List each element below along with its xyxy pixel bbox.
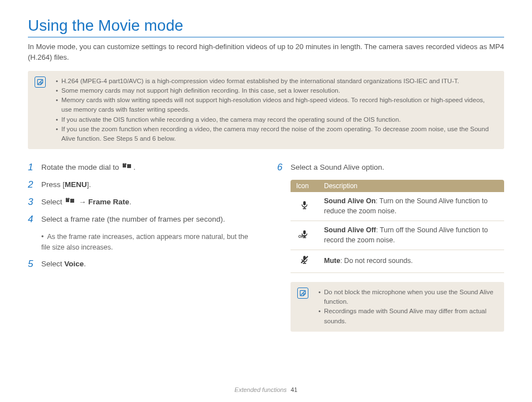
step-text: Select a Sound Alive option. <box>291 162 504 173</box>
svg-point-2 <box>123 164 125 166</box>
table-cell: Sound Alive On: Turn on the Sound Alive … <box>318 192 504 221</box>
step-5: 5 Select Voice. <box>28 259 255 270</box>
step-number: 5 <box>28 259 41 270</box>
table-cell: Sound Alive Off: Turn off the Sound Aliv… <box>318 221 504 250</box>
table-row: OFF Sound Alive Off: Turn off the Sound … <box>291 221 504 250</box>
step-number: 2 <box>28 179 41 190</box>
top-note-box: H.264 (MPEG-4 part10/AVC) is a high-comp… <box>28 71 504 150</box>
step-number: 4 <box>28 214 41 225</box>
step-2: 2 Press [MENU]. <box>28 180 255 190</box>
svg-rect-1 <box>127 164 131 168</box>
table-row: Sound Alive On: Turn on the Sound Alive … <box>291 192 504 221</box>
step-1: 1 Rotate the mode dial to . <box>28 162 255 173</box>
step-number: 3 <box>28 197 41 208</box>
right-column: 6 Select a Sound Alive option. Icon Desc… <box>277 162 504 332</box>
step-6: 6 Select a Sound Alive option. <box>277 162 504 173</box>
movie-dial-icon <box>122 162 132 173</box>
intro-text: In Movie mode, you can customize setting… <box>28 42 504 63</box>
step-number: 1 <box>28 162 41 173</box>
left-column: 1 Rotate the mode dial to . 2 Press [MEN… <box>28 162 255 332</box>
step-text: Select a frame rate (the number of frame… <box>41 214 255 225</box>
note-icon <box>35 76 46 88</box>
bottom-note-box: Do not block the microphone when you use… <box>291 282 504 332</box>
svg-point-7 <box>67 198 70 200</box>
svg-point-3 <box>125 164 127 166</box>
footer-section: Extended functions <box>235 386 287 393</box>
table-row: Mute: Do not record sounds. <box>291 250 504 273</box>
title-rule <box>28 37 504 37</box>
table-cell: Mute: Do not record sounds. <box>318 250 504 273</box>
note-icon <box>297 288 308 299</box>
table-header-desc: Description <box>318 180 504 192</box>
sound-alive-table: Icon Description Sound Alive On: Turn on… <box>291 180 504 273</box>
step-4: 4 Select a frame rate (the number of fra… <box>28 214 255 252</box>
mic-mute-icon <box>291 250 318 273</box>
bottom-note-item: Do not block the microphone when you use… <box>322 288 496 307</box>
svg-rect-8 <box>303 201 306 205</box>
mic-off-icon: OFF <box>291 221 318 250</box>
step-text: Select Voice. <box>41 259 255 270</box>
bottom-note-item: Recordings made with Sound Alive may dif… <box>322 307 496 326</box>
svg-rect-11 <box>303 231 306 234</box>
movie-menu-icon <box>65 197 75 208</box>
step-subtext: As the frame rate increases, action appe… <box>41 232 255 252</box>
top-note-item: If you activate the OIS function while r… <box>59 115 496 125</box>
svg-point-6 <box>66 198 68 200</box>
svg-text:OFF: OFF <box>298 235 306 239</box>
top-note-item: If you use the zoom function when record… <box>59 125 496 144</box>
top-note-item: Memory cards with slow writing speeds wi… <box>59 95 496 115</box>
step-3: 3 Select → Frame Rate. <box>28 197 255 208</box>
step-number: 6 <box>277 162 291 173</box>
svg-rect-5 <box>70 199 74 203</box>
top-note-item: H.264 (MPEG-4 part10/AVC) is a high-comp… <box>59 76 496 86</box>
step-text: Rotate the mode dial to . <box>41 162 255 173</box>
page-footer: Extended functions 41 <box>0 386 532 393</box>
page-title: Using the Movie mode <box>28 17 504 35</box>
top-note-item: Some memory cards may not support high d… <box>59 86 496 95</box>
content-columns: 1 Rotate the mode dial to . 2 Press [MEN… <box>28 162 504 332</box>
mic-on-icon <box>291 192 318 221</box>
table-header-icon: Icon <box>291 180 318 192</box>
step-text: Select → Frame Rate. <box>41 197 255 208</box>
step-text: Press [MENU]. <box>41 180 255 190</box>
page-number: 41 <box>291 386 297 393</box>
